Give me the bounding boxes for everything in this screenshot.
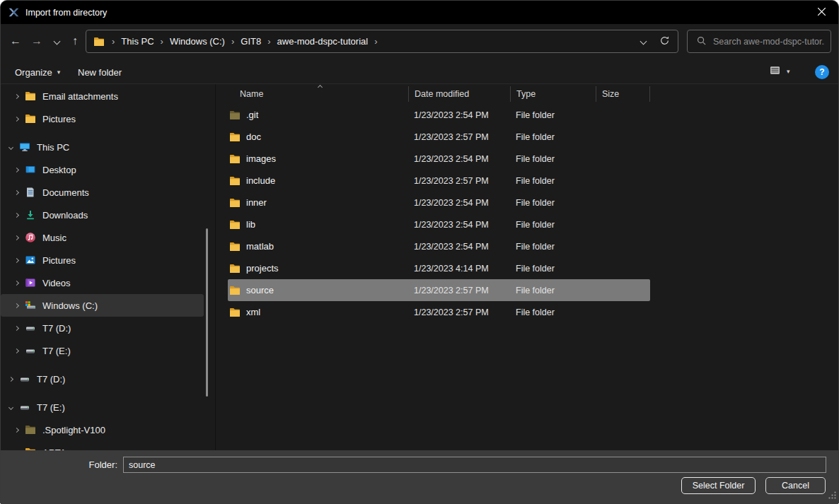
file-row-inner[interactable]: inner1/23/2023 2:54 PMFile folder xyxy=(228,192,650,213)
chevron-down-icon xyxy=(640,38,647,45)
chevron-right-icon[interactable] xyxy=(11,117,23,121)
file-row-include[interactable]: include1/23/2023 2:57 PMFile folder xyxy=(228,170,650,192)
file-type: File folder xyxy=(510,198,596,208)
sidebar-item-t7-e[interactable]: T7 (E:) xyxy=(1,396,204,418)
chevron-down-icon[interactable] xyxy=(5,146,17,149)
file-date-modified: 1/23/2023 4:14 PM xyxy=(408,264,510,274)
folder-icon xyxy=(229,197,241,209)
import-from-directory-dialog: Import from directory ← → ↑ › This PC›Wi… xyxy=(0,0,839,504)
sidebar-item-pictures[interactable]: Pictures xyxy=(1,107,204,130)
file-row-lib[interactable]: lib1/23/2023 2:54 PMFile folder xyxy=(228,213,650,235)
sidebar-item-spotlight-v100[interactable]: .Spotlight-V100 xyxy=(1,418,204,441)
folder-dim-icon xyxy=(25,424,37,435)
breadcrumb-item-git8[interactable]: GIT8 xyxy=(236,34,265,49)
refresh-button[interactable] xyxy=(654,33,675,51)
sidebar-tree: Email attachmentsPicturesThis PCDesktopD… xyxy=(1,85,214,452)
column-header-type[interactable]: Type xyxy=(510,86,596,102)
sidebar-item-videos[interactable]: Videos xyxy=(1,271,204,294)
new-folder-label: New folder xyxy=(78,67,122,78)
dialog-body: Email attachmentsPicturesThis PCDesktopD… xyxy=(1,84,838,452)
file-row-projects[interactable]: projects1/23/2023 4:14 PMFile folder xyxy=(228,257,650,279)
file-row-images[interactable]: images1/23/2023 2:54 PMFile folder xyxy=(228,148,650,170)
sidebar-item-label: T7 (D:) xyxy=(37,374,65,385)
file-row-matlab[interactable]: matlab1/23/2023 2:54 PMFile folder xyxy=(228,235,650,257)
chevron-right-icon[interactable] xyxy=(11,281,23,285)
address-bar[interactable]: › This PC›Windows (C:)›GIT8›awe-mod-dspc… xyxy=(86,30,678,53)
file-date-modified: 1/23/2023 2:57 PM xyxy=(408,307,510,317)
chevron-right-icon[interactable] xyxy=(11,95,23,98)
chevron-right-icon[interactable] xyxy=(11,191,23,194)
file-type: File folder xyxy=(510,220,596,230)
new-folder-button[interactable]: New folder xyxy=(71,63,128,81)
back-button[interactable]: ← xyxy=(6,31,25,51)
file-row-doc[interactable]: doc1/23/2023 2:57 PMFile folder xyxy=(228,126,650,148)
up-button[interactable]: ↑ xyxy=(66,31,84,51)
forward-button[interactable]: → xyxy=(28,31,46,51)
sidebar-item-label: T7 (E:) xyxy=(37,402,65,413)
file-row-git[interactable]: .git1/23/2023 2:54 PMFile folder xyxy=(228,104,650,126)
file-row-xml[interactable]: xml1/23/2023 2:57 PMFile folder xyxy=(228,301,650,323)
chevron-right-icon[interactable] xyxy=(11,168,23,172)
file-type: File folder xyxy=(510,110,596,120)
sidebar-item-desktop[interactable]: Desktop xyxy=(1,158,204,181)
breadcrumb-item-this-pc[interactable]: This PC xyxy=(117,34,158,49)
sidebar-item-pictures[interactable]: Pictures xyxy=(1,249,204,271)
sidebar-item-label: T7 (D:) xyxy=(42,323,71,334)
file-name: images xyxy=(246,153,276,164)
chevron-right-icon[interactable] xyxy=(11,236,23,240)
sidebar-item-windows-c[interactable]: Windows (C:) xyxy=(1,294,204,317)
file-date-modified: 1/23/2023 2:54 PM xyxy=(408,110,510,120)
close-icon xyxy=(818,7,826,18)
organize-label: Organize xyxy=(15,67,52,78)
sidebar-item-t7-e[interactable]: T7 (E:) xyxy=(1,339,204,362)
folder-name-input[interactable] xyxy=(123,457,826,473)
file-date-modified: 1/23/2023 2:57 PM xyxy=(408,132,510,142)
navigation-pane: Email attachmentsPicturesThis PCDesktopD… xyxy=(1,84,214,452)
sidebar-item-label: This PC xyxy=(37,142,69,153)
breadcrumb-separator: › xyxy=(110,36,117,47)
close-button[interactable] xyxy=(805,1,838,24)
sidebar-item-label: Downloads xyxy=(42,210,88,221)
file-name: inner xyxy=(246,197,267,208)
search-box[interactable] xyxy=(687,30,831,53)
cancel-button[interactable]: Cancel xyxy=(765,477,826,494)
sidebar-item-documents[interactable]: Documents xyxy=(1,181,204,204)
change-view-button[interactable]: ▾ xyxy=(769,64,790,78)
sidebar-item-t7-d[interactable]: T7 (D:) xyxy=(1,317,204,339)
column-header-size[interactable]: Size xyxy=(596,86,650,102)
sidebar-item-t7-d[interactable]: T7 (D:) xyxy=(1,368,204,390)
sidebar-scrollbar-thumb[interactable] xyxy=(206,228,208,397)
sidebar-item-music[interactable]: Music xyxy=(1,226,204,249)
breadcrumb-item-awe-mod-dspc-tutorial[interactable]: awe-mod-dspc-tutorial xyxy=(273,34,373,49)
this-pc-icon xyxy=(19,141,31,153)
folder-icon xyxy=(25,90,37,102)
organize-button[interactable]: Organize ▾ xyxy=(8,63,66,81)
recent-locations-button[interactable] xyxy=(47,31,66,51)
chevron-right-icon[interactable] xyxy=(11,304,23,307)
chevron-right-icon[interactable] xyxy=(11,349,23,353)
file-name: source xyxy=(246,285,274,295)
drive-icon xyxy=(19,402,31,413)
chevron-down-icon[interactable] xyxy=(5,406,17,409)
search-icon xyxy=(696,35,707,48)
chevron-right-icon[interactable] xyxy=(11,428,23,432)
drive-icon xyxy=(19,373,31,385)
sidebar-item-downloads[interactable]: Downloads xyxy=(1,204,204,226)
select-folder-button[interactable]: Select Folder xyxy=(681,477,756,494)
chevron-right-icon[interactable] xyxy=(5,377,17,381)
sidebar-item-email-attachments[interactable]: Email attachments xyxy=(1,85,204,107)
help-button[interactable]: ? xyxy=(815,65,829,79)
file-row-source[interactable]: source1/23/2023 2:57 PMFile folder xyxy=(228,279,650,301)
sidebar-item-this-pc[interactable]: This PC xyxy=(1,136,204,158)
folder-icon xyxy=(229,263,241,274)
address-dropdown-button[interactable] xyxy=(632,33,654,51)
breadcrumb-item-windows-c[interactable]: Windows (C:) xyxy=(166,34,229,49)
chevron-right-icon[interactable] xyxy=(11,259,23,262)
resize-grip[interactable] xyxy=(828,491,837,502)
chevron-right-icon[interactable] xyxy=(11,213,23,217)
search-input[interactable] xyxy=(713,37,825,47)
chevron-right-icon[interactable] xyxy=(11,327,23,330)
column-header-date-modified[interactable]: Date modified xyxy=(408,86,510,102)
file-date-modified: 1/23/2023 2:54 PM xyxy=(408,198,510,208)
file-name: lib xyxy=(246,219,255,230)
